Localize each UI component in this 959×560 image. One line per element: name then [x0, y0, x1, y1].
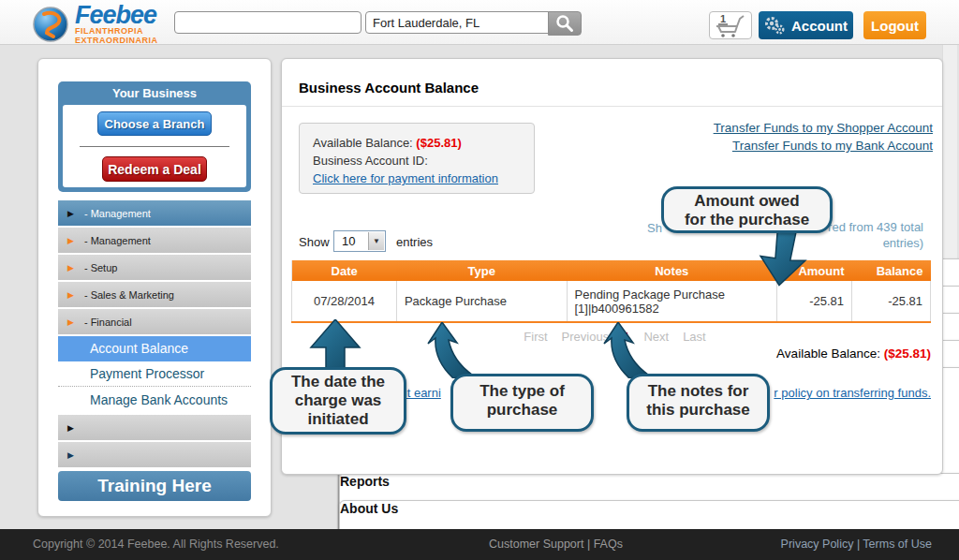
transactions-table: Date Type Notes Amount Balance 07/28/201… — [291, 260, 931, 323]
available-balance-footer: Available Balance: ($25.81) — [776, 346, 931, 361]
sidebar-item-corporate-setup[interactable]: ▶ Corporate - Setup — [58, 255, 251, 280]
chevron-right-icon: ▶ — [67, 317, 74, 327]
copyright-text: Copyright © 2014 Feebee. All Rights Rese… — [33, 529, 279, 560]
transfer-policy-link-fragment[interactable]: r policy on transferring funds. — [774, 386, 931, 400]
cell-notes: Pending Package Purchase [1]|b400961582 — [567, 281, 777, 322]
entries-label: entries — [396, 235, 433, 249]
sidebar-item-corporate-sales-marketing[interactable]: ▶ Corporate - Sales & Marketing — [58, 282, 251, 307]
cell-balance: -25.81 — [852, 281, 931, 322]
cell-type: Package Purchase — [396, 281, 567, 322]
menu-sub-label: - Financial — [84, 317, 132, 328]
transfer-links: Transfer Funds to my Shopper Account Tra… — [714, 119, 933, 155]
sidebar-item-corporate-financial[interactable]: ▶ Corporate - Financial — [58, 309, 251, 334]
your-business-panel: Your Business Choose a Branch Redeem a D… — [58, 81, 251, 192]
pagination-last[interactable]: Last — [683, 330, 706, 344]
divider — [282, 106, 942, 107]
chevron-right-icon: ▶ — [67, 450, 74, 460]
table-row: 07/28/2014 Package Purchase Pending Pack… — [292, 281, 931, 322]
globe-icon — [32, 6, 69, 43]
footer: Copyright © 2014 Feebee. All Rights Rese… — [0, 529, 959, 560]
app-window: Feebee FILANTHROPIA EXTRAORDINARIA 1 — [0, 0, 959, 560]
chevron-down-icon: ▼ — [368, 232, 384, 250]
feebee-logo[interactable]: Feebee FILANTHROPIA EXTRAORDINARIA — [32, 4, 158, 45]
business-account-id-label: Business Account ID: — [313, 152, 521, 169]
your-business-title: Your Business — [58, 81, 251, 105]
entries-per-page-value: 10 — [342, 234, 355, 248]
callout-date: The date the charge was initiated — [270, 367, 406, 435]
type-arrow-icon — [423, 322, 478, 378]
redeem-deal-button[interactable]: Redeem a Deal — [102, 156, 207, 182]
table-info-fragment-left: Sh — [647, 221, 662, 235]
chevron-right-icon: ▶ — [67, 290, 74, 300]
entries-per-page-select[interactable]: 10 ▼ — [333, 230, 386, 252]
cart-button[interactable]: 1 — [709, 11, 752, 39]
chevron-right-icon: ▶ — [67, 423, 74, 433]
available-balance-value: ($25.81) — [416, 136, 461, 150]
logo-title: Feebee — [75, 4, 158, 26]
sidebar-item-reports[interactable]: ▶ Reports — [58, 415, 251, 440]
menu-sub-label: - Management — [84, 208, 151, 219]
menu-sub-label: - Management — [84, 235, 151, 246]
chevron-right-icon: ▶ — [67, 209, 74, 218]
privacy-terms-links[interactable]: Privacy Policy | Terms of Use — [781, 529, 932, 560]
callout-type: The type of purchase — [450, 374, 594, 432]
search-location-input[interactable] — [365, 11, 549, 34]
table-header-row: Date Type Notes Amount Balance — [292, 260, 931, 281]
column-header-date[interactable]: Date — [292, 260, 397, 281]
sidebar-item-account-management[interactable]: ▶ Account - Management — [58, 200, 251, 226]
balance-summary-box: Available Balance: ($25.81) Business Acc… — [299, 123, 535, 194]
account-button[interactable]: Account — [759, 11, 853, 39]
logout-button-label: Logout — [871, 18, 919, 34]
date-arrow-icon — [307, 319, 363, 370]
sidebar-subitem-manage-bank-accounts[interactable]: Manage Bank Accounts — [58, 388, 251, 413]
cell-date: 07/28/2014 — [292, 281, 397, 322]
transfer-shopper-link[interactable]: Transfer Funds to my Shopper Account — [714, 119, 933, 137]
chevron-right-icon: ▶ — [67, 236, 74, 245]
sidebar: Your Business Choose a Branch Redeem a D… — [37, 58, 272, 517]
menu-sub-label: - Setup — [84, 262, 117, 273]
menu-sub-label: - Sales & Marketing — [84, 289, 174, 301]
column-header-type[interactable]: Type — [396, 260, 567, 281]
logout-button[interactable]: Logout — [863, 11, 926, 39]
cart-icon: 1 — [712, 12, 749, 38]
transfer-bank-link[interactable]: Transfer Funds to my Bank Account — [714, 137, 933, 155]
payment-information-link[interactable]: Click here for payment information — [313, 171, 498, 185]
sidebar-item-corporate-management[interactable]: ▶ Corporate - Management — [58, 228, 251, 253]
search-keyword-input[interactable] — [174, 11, 361, 34]
show-label: Show — [299, 235, 330, 249]
chevron-right-icon: ▶ — [67, 263, 74, 273]
callout-amount: Amount owed for the purchase — [661, 186, 833, 233]
gears-icon — [764, 16, 785, 35]
training-here-button[interactable]: Training Here — [58, 471, 251, 501]
sidebar-item-about-us[interactable]: ▶ About Us — [58, 442, 251, 467]
sidebar-subitem-payment-processor[interactable]: Payment Processor — [58, 361, 251, 387]
choose-branch-button[interactable]: Choose a Branch — [97, 111, 212, 136]
support-faq-links[interactable]: Customer Support | FAQs — [489, 529, 623, 560]
pagination-first[interactable]: First — [524, 330, 547, 344]
sidebar-subitem-account-balance[interactable]: Account Balance — [58, 336, 251, 361]
notes-arrow-icon — [599, 322, 654, 378]
amount-arrow-icon — [759, 229, 809, 287]
column-header-notes[interactable]: Notes — [567, 260, 777, 281]
search-icon — [555, 14, 574, 33]
available-balance-label: Available Balance: — [313, 136, 413, 150]
account-button-label: Account — [791, 18, 848, 34]
page-title: Business Account Balance — [299, 80, 479, 96]
cart-count-badge: 1 — [720, 13, 726, 24]
logo-subtitle-2: EXTRAORDINARIA — [75, 36, 158, 45]
search-button[interactable] — [548, 11, 582, 36]
column-header-balance[interactable]: Balance — [852, 260, 931, 281]
callout-notes: The notes for this purchase — [627, 374, 770, 432]
divider — [80, 146, 229, 147]
top-header: Feebee FILANTHROPIA EXTRAORDINARIA 1 — [0, 0, 959, 45]
